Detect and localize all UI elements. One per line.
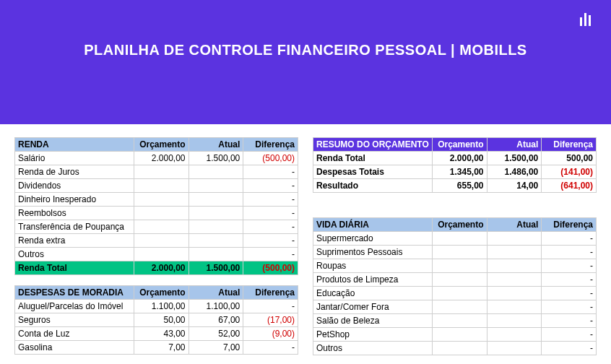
cell-orc[interactable]: [432, 246, 487, 259]
cell-atual[interactable]: [188, 207, 243, 220]
cell-atual[interactable]: 1.500,00: [487, 152, 542, 165]
table-row: Renda de Juros-: [15, 165, 298, 179]
main-content: RENDA Orçamento Atual Diferença Salário2…: [0, 124, 611, 355]
col-diferenca: Diferença: [542, 218, 597, 232]
cell-orc[interactable]: [432, 342, 487, 355]
cell-orc[interactable]: [134, 207, 188, 220]
col-atual: Atual: [487, 138, 542, 152]
cell-orc[interactable]: [432, 259, 487, 273]
table-row: Suprimentos Pessoais-: [313, 246, 597, 259]
cell-atual[interactable]: 1.486,00: [487, 165, 542, 179]
cell-atual[interactable]: [188, 165, 243, 179]
cell-orc[interactable]: [134, 193, 188, 207]
cell-atual[interactable]: 52,00: [188, 327, 243, 341]
section-title: RESUMO DO ORÇAMENTO: [313, 138, 433, 152]
cell-orc[interactable]: [134, 234, 188, 248]
cell-dif[interactable]: -: [243, 193, 298, 207]
cell-orc[interactable]: [134, 220, 188, 234]
col-atual: Atual: [188, 286, 243, 300]
cell-dif[interactable]: (9,00): [243, 327, 298, 341]
row-label: Jantar/Comer Fora: [313, 300, 433, 314]
cell-dif[interactable]: -: [542, 300, 597, 314]
cell-atual[interactable]: 7,00: [188, 341, 243, 355]
cell-orc[interactable]: [432, 328, 487, 342]
cell-dif[interactable]: -: [542, 259, 597, 273]
cell-dif[interactable]: -: [243, 220, 298, 234]
cell-orc[interactable]: 50,00: [134, 313, 188, 327]
cell-dif[interactable]: -: [243, 234, 298, 248]
cell-atual[interactable]: [487, 273, 542, 287]
cell-dif[interactable]: -: [243, 165, 298, 179]
cell-atual[interactable]: [487, 259, 542, 273]
cell-orc[interactable]: [134, 248, 188, 261]
cell-dif[interactable]: -: [542, 314, 597, 328]
cell-orc[interactable]: 1.345,00: [432, 165, 487, 179]
cell-atual[interactable]: [487, 328, 542, 342]
cell-orc[interactable]: 43,00: [134, 327, 188, 341]
table-row: Despesas Totais1.345,001.486,00(141,00): [313, 165, 597, 179]
cell-orc[interactable]: 1.100,00: [134, 300, 188, 313]
cell-dif[interactable]: -: [542, 328, 597, 342]
cell-dif[interactable]: -: [542, 273, 597, 287]
cell-atual[interactable]: [188, 248, 243, 261]
cell-orc[interactable]: [432, 314, 487, 328]
right-column: RESUMO DO ORÇAMENTO Orçamento Atual Dife…: [313, 137, 597, 355]
cell-dif[interactable]: (141,00): [542, 165, 597, 179]
cell-dif[interactable]: -: [542, 246, 597, 259]
left-column: RENDA Orçamento Atual Diferença Salário2…: [14, 137, 298, 355]
cell-orc[interactable]: [432, 300, 487, 314]
cell-orc[interactable]: 2.000,00: [134, 152, 188, 165]
cell-dif[interactable]: 500,00: [542, 152, 597, 165]
cell-dif[interactable]: -: [243, 341, 298, 355]
cell-atual[interactable]: [487, 232, 542, 246]
renda-table: RENDA Orçamento Atual Diferença Salário2…: [14, 137, 298, 275]
cell-orc[interactable]: 655,00: [432, 179, 487, 193]
col-diferenca: Diferença: [243, 286, 298, 300]
row-label: Aluguel/Parcelas do Imóvel: [15, 300, 134, 313]
cell-atual[interactable]: [188, 193, 243, 207]
cell-atual[interactable]: [487, 342, 542, 355]
cell-atual[interactable]: 1.100,00: [188, 300, 243, 313]
cell-atual[interactable]: 67,00: [188, 313, 243, 327]
cell-atual[interactable]: [188, 179, 243, 193]
cell-atual[interactable]: [188, 234, 243, 248]
total-dif[interactable]: (500,00): [243, 261, 298, 275]
row-label: Dinheiro Inesperado: [15, 193, 134, 207]
resumo-table: RESUMO DO ORÇAMENTO Orçamento Atual Dife…: [313, 137, 597, 193]
cell-orc[interactable]: [134, 179, 188, 193]
cell-atual[interactable]: [487, 246, 542, 259]
total-atual[interactable]: 1.500,00: [188, 261, 243, 275]
cell-dif[interactable]: -: [542, 232, 597, 246]
row-label: Seguros: [15, 313, 134, 327]
cell-dif[interactable]: (641,00): [542, 179, 597, 193]
cell-atual[interactable]: [487, 287, 542, 300]
moradia-body: Aluguel/Parcelas do Imóvel1.100,001.100,…: [15, 300, 298, 355]
table-header-row: RENDA Orçamento Atual Diferença: [15, 138, 298, 152]
cell-atual[interactable]: 1.500,00: [188, 152, 243, 165]
cell-orc[interactable]: [134, 165, 188, 179]
total-orc[interactable]: 2.000,00: [134, 261, 188, 275]
cell-orc[interactable]: [432, 287, 487, 300]
cell-atual[interactable]: 14,00: [487, 179, 542, 193]
row-label: Salão de Beleza: [313, 314, 433, 328]
cell-dif[interactable]: -: [243, 207, 298, 220]
cell-orc[interactable]: 7,00: [134, 341, 188, 355]
cell-dif[interactable]: (17,00): [243, 313, 298, 327]
cell-dif[interactable]: -: [243, 179, 298, 193]
cell-atual[interactable]: [487, 314, 542, 328]
total-label: Renda Total: [15, 261, 134, 275]
table-row: Educação-: [313, 287, 597, 300]
cell-atual[interactable]: [188, 220, 243, 234]
cell-orc[interactable]: [432, 273, 487, 287]
cell-atual[interactable]: [487, 300, 542, 314]
cell-dif[interactable]: -: [542, 342, 597, 355]
cell-orc[interactable]: [432, 232, 487, 246]
cell-dif[interactable]: -: [243, 300, 298, 313]
cell-dif[interactable]: (500,00): [243, 152, 298, 165]
row-label: Renda de Juros: [15, 165, 134, 179]
cell-orc[interactable]: 2.000,00: [432, 152, 487, 165]
cell-dif[interactable]: -: [542, 287, 597, 300]
cell-dif[interactable]: -: [243, 248, 298, 261]
table-row: Dinheiro Inesperado-: [15, 193, 298, 207]
header-banner: PLANILHA DE CONTROLE FINANCEIRO PESSOAL …: [0, 0, 611, 124]
